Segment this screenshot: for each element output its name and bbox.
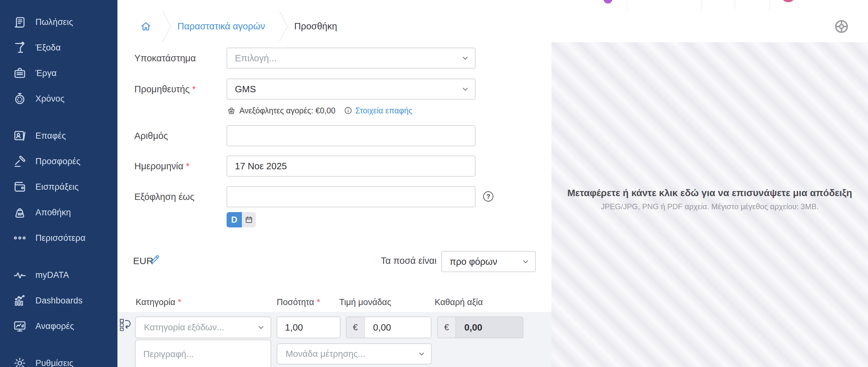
amounts-are-label: Τα ποσά είναι bbox=[360, 256, 437, 266]
sidebar-group-footer: Ρυθμίσεις bbox=[0, 350, 118, 367]
sidebar-item-label: Dashboards bbox=[35, 296, 83, 306]
contacts-icon bbox=[13, 129, 27, 143]
supplier-label: Προμηθευτής* bbox=[134, 84, 196, 94]
unpaid-purchases-note: Ανεξόφλητες αγορές: €0,00 bbox=[239, 106, 335, 115]
sidebar-group-gap bbox=[0, 251, 118, 262]
sidebar-item-label: Επαφές bbox=[35, 131, 66, 141]
breadcrumb-link[interactable]: Παραστατικά αγορών bbox=[178, 10, 265, 42]
reports-icon bbox=[13, 319, 27, 333]
sidebar-item[interactable]: Πωλήσεις bbox=[0, 9, 118, 35]
sidebar-item[interactable]: Χρόνος bbox=[0, 86, 118, 111]
col-header-category: Κατηγορία* bbox=[135, 298, 181, 307]
currency-symbol: € bbox=[438, 317, 456, 338]
top-divider bbox=[701, 0, 702, 10]
mydata-icon bbox=[13, 268, 27, 282]
sidebar-item[interactable]: Έξοδα bbox=[0, 35, 118, 60]
sidebar-item[interactable]: myDATA bbox=[0, 262, 118, 288]
top-divider bbox=[735, 0, 735, 10]
calendar-icon bbox=[244, 215, 253, 224]
time-icon bbox=[13, 92, 27, 106]
sidebar-item-label: myDATA bbox=[35, 270, 69, 280]
days-mode-button[interactable]: D bbox=[226, 212, 242, 227]
sidebar: Πωλήσεις Έξοδα Έργα Χρόνος bbox=[0, 0, 118, 367]
amounts-are-select[interactable]: προ φόρων bbox=[441, 251, 536, 272]
description-textarea[interactable] bbox=[135, 340, 271, 367]
net-value-field: € 0,00 bbox=[437, 316, 523, 338]
purchase-form: Υποκατάστημα Επιλογή... Προμηθευτής* GMS… bbox=[118, 42, 552, 367]
sidebar-item[interactable]: Προσφορές bbox=[0, 148, 118, 174]
sidebar-item-label: Έργα bbox=[35, 68, 57, 78]
breadcrumb-current: Προσθήκη bbox=[294, 10, 337, 42]
unit-price-field: € bbox=[346, 316, 431, 338]
sidebar-item[interactable]: Dashboards bbox=[0, 288, 118, 313]
unit-select[interactable]: Μονάδα μέτρησης... bbox=[277, 343, 432, 364]
sidebar-item[interactable]: Επαφές bbox=[0, 123, 118, 148]
lifebuoy-icon[interactable] bbox=[834, 19, 849, 34]
due-date-input[interactable] bbox=[226, 186, 475, 207]
drag-handle-icon[interactable] bbox=[119, 318, 131, 332]
projects-icon bbox=[13, 66, 27, 80]
sidebar-item-label: Πωλήσεις bbox=[35, 17, 73, 27]
basket-icon bbox=[226, 106, 236, 115]
dropzone-subtitle: JPEG/JPG, PNG ή PDF αρχεία. Μέγιστο μέγε… bbox=[552, 202, 868, 211]
more-icon bbox=[13, 231, 27, 245]
chevron-down-icon bbox=[461, 85, 470, 93]
sidebar-item[interactable]: Έργα bbox=[0, 60, 118, 86]
top-strip bbox=[118, 0, 868, 11]
branch-select[interactable]: Επιλογή... bbox=[226, 48, 475, 69]
sidebar-group-gap bbox=[0, 339, 118, 350]
expenses-icon bbox=[13, 40, 27, 55]
home-icon[interactable] bbox=[140, 21, 152, 33]
sidebar-item[interactable]: Ρυθμίσεις bbox=[0, 350, 118, 367]
breadcrumb-separator-icon bbox=[161, 10, 172, 42]
chevron-down-icon bbox=[521, 257, 530, 266]
branch-label: Υποκατάστημα bbox=[134, 53, 196, 63]
settings-icon bbox=[13, 356, 27, 367]
top-divider bbox=[627, 0, 627, 10]
number-label: Αριθμός bbox=[134, 130, 168, 141]
chevron-down-icon bbox=[417, 349, 426, 358]
chevron-down-icon bbox=[461, 54, 470, 63]
sidebar-item-label: Χρόνος bbox=[35, 94, 64, 104]
date-label: Ημερομηνία* bbox=[134, 161, 190, 171]
app-screen: Πωλήσεις Έξοδα Έργα Χρόνος bbox=[0, 0, 868, 367]
sales-icon bbox=[13, 15, 27, 29]
sidebar-item-label: Περισσότερα bbox=[35, 233, 86, 243]
question-icon[interactable]: ? bbox=[483, 191, 493, 202]
due-date-mode-toggle: D bbox=[226, 212, 256, 227]
sidebar-item[interactable]: Περισσότερα bbox=[0, 225, 118, 251]
top-divider bbox=[769, 0, 769, 10]
sidebar-item-label: Έξοδα bbox=[35, 43, 61, 53]
date-input[interactable] bbox=[226, 156, 475, 177]
notification-badge[interactable] bbox=[603, 0, 612, 3]
avatar[interactable] bbox=[781, 0, 796, 2]
net-value-readonly: 0,00 bbox=[456, 317, 523, 338]
inventory-icon bbox=[13, 205, 27, 220]
supplier-select[interactable]: GMS bbox=[226, 79, 475, 100]
sidebar-item[interactable]: Αναφορές bbox=[0, 313, 118, 339]
category-select[interactable]: Κατηγορία εξόδων... bbox=[135, 316, 271, 338]
dropzone-text: Μεταφέρετε ή κάντε κλικ εδώ για να επισυ… bbox=[552, 188, 868, 211]
dropzone-title: Μεταφέρετε ή κάντε κλικ εδώ για να επισυ… bbox=[552, 188, 868, 198]
breadcrumb-separator-icon bbox=[278, 10, 289, 42]
receipt-dropzone[interactable]: Μεταφέρετε ή κάντε κλικ εδώ για να επισυ… bbox=[552, 42, 868, 367]
sidebar-item[interactable]: Αποθήκη bbox=[0, 200, 118, 225]
sidebar-nav: Πωλήσεις Έξοδα Έργα Χρόνος bbox=[0, 0, 118, 367]
info-icon[interactable] bbox=[344, 106, 352, 115]
contact-details-link[interactable]: Στοιχεία επαφής bbox=[355, 106, 412, 115]
number-input[interactable] bbox=[226, 125, 475, 146]
sidebar-item-label: Εισπράξεις bbox=[35, 182, 79, 192]
quantity-input[interactable] bbox=[277, 316, 341, 338]
pencil-icon[interactable] bbox=[149, 253, 161, 264]
chevron-down-icon bbox=[256, 323, 266, 332]
calendar-mode-button[interactable] bbox=[242, 212, 256, 227]
currency-symbol: € bbox=[347, 317, 365, 338]
payments-icon bbox=[13, 180, 27, 194]
sidebar-item[interactable]: Εισπράξεις bbox=[0, 174, 118, 200]
sidebar-group-gap bbox=[0, 111, 118, 123]
unit-price-input[interactable] bbox=[365, 317, 431, 338]
estimates-icon bbox=[13, 154, 27, 168]
col-header-quantity: Ποσότητα* bbox=[277, 298, 320, 307]
sidebar-item-label: Ρυθμίσεις bbox=[35, 358, 73, 367]
sidebar-group-insights: myDATA Dashboards Αναφορές bbox=[0, 262, 118, 339]
